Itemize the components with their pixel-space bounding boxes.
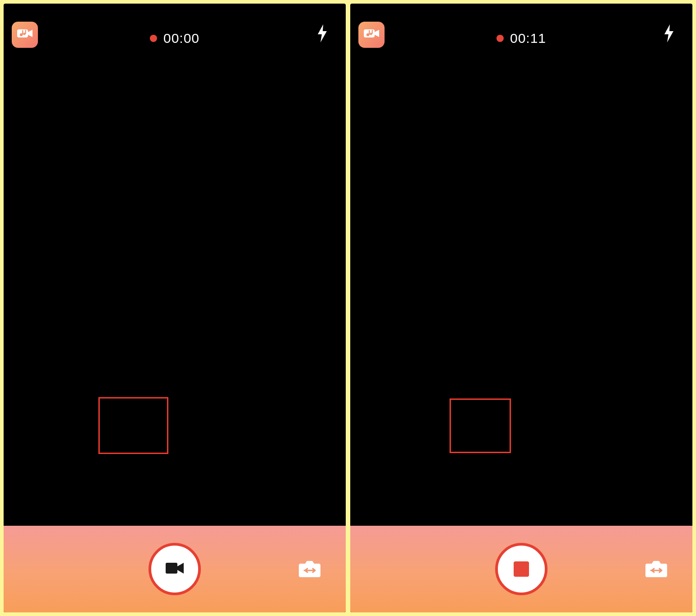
camera-viewfinder[interactable] — [350, 58, 692, 526]
top-bar: 00:11 — [350, 4, 692, 58]
timer-text: 00:00 — [163, 31, 200, 46]
stop-recording-button[interactable] — [495, 543, 548, 595]
flash-icon — [316, 24, 328, 44]
recording-timer: 00:11 — [496, 31, 546, 46]
bottom-bar — [4, 526, 346, 612]
switch-camera-button[interactable] — [298, 559, 321, 579]
recording-timer: 00:00 — [150, 31, 200, 46]
app-badge-button[interactable] — [358, 22, 385, 48]
timer-text: 00:11 — [510, 31, 546, 46]
camera-viewfinder[interactable] — [4, 58, 346, 526]
svg-rect-10 — [372, 30, 373, 34]
svg-rect-4 — [25, 30, 26, 34]
stop-icon — [514, 561, 529, 577]
comparison-canvas: 00:00 — [0, 0, 696, 616]
app-badge-button[interactable] — [12, 22, 38, 48]
bottom-bar — [350, 526, 692, 612]
music-video-icon — [362, 25, 380, 45]
top-bar: 00:00 — [4, 4, 346, 58]
phone-screen-right: 00:11 — [350, 4, 692, 612]
music-video-icon — [16, 25, 34, 45]
switch-camera-icon — [645, 558, 668, 580]
flash-toggle[interactable] — [660, 25, 678, 43]
switch-camera-icon — [298, 558, 321, 580]
flash-toggle[interactable] — [313, 25, 331, 43]
svg-rect-5 — [166, 563, 177, 574]
switch-camera-button[interactable] — [645, 559, 668, 579]
video-camera-icon — [164, 557, 186, 581]
svg-rect-2 — [22, 30, 23, 35]
svg-rect-8 — [369, 30, 370, 35]
flash-icon — [663, 24, 675, 44]
record-button[interactable] — [148, 543, 201, 595]
recording-indicator-dot — [496, 35, 504, 42]
recording-indicator-dot — [150, 35, 157, 42]
phone-screen-left: 00:00 — [4, 4, 346, 612]
